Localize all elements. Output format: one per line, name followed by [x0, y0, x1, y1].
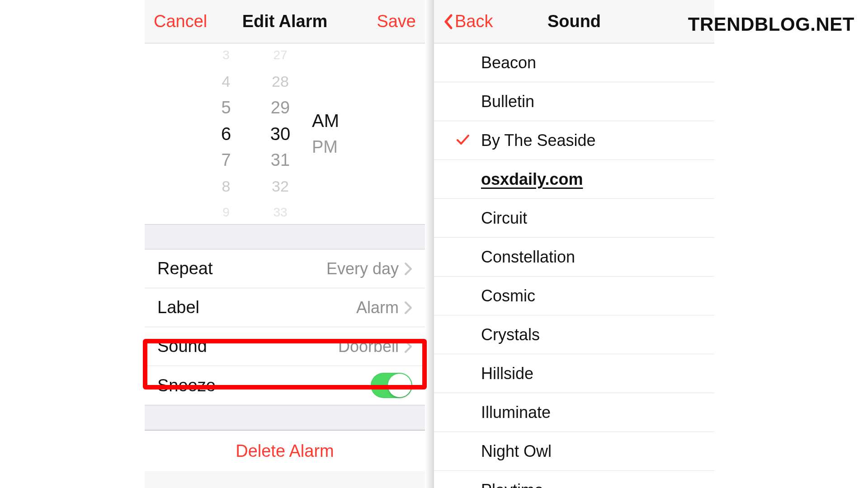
sound-row[interactable]: Sound Doorbell — [145, 327, 425, 366]
repeat-row[interactable]: Repeat Every day — [145, 249, 425, 288]
chevron-left-icon — [443, 14, 453, 30]
sound-option[interactable]: Illuminate — [434, 393, 714, 432]
delete-alarm-button[interactable]: Delete Alarm — [145, 431, 425, 471]
sound-option[interactable]: By The Seaside — [434, 121, 714, 160]
sound-option-label: Bulletin — [481, 92, 534, 111]
screen-divider — [425, 0, 434, 488]
sound-option-label: Constellation — [481, 248, 575, 267]
section-gap — [145, 405, 425, 430]
cancel-button[interactable]: Cancel — [154, 12, 207, 31]
sound-option-label: Playtime — [481, 481, 543, 488]
time-picker[interactable]: 3 4 5 6 7 8 9 27 28 29 30 31 — [145, 43, 425, 224]
repeat-value: Every day — [326, 259, 399, 278]
sound-option[interactable]: Cosmic — [434, 277, 714, 315]
sound-value: Doorbell — [338, 337, 399, 356]
sound-option[interactable]: Circuit — [434, 199, 714, 238]
chevron-right-icon — [404, 301, 412, 314]
snooze-label: Snooze — [157, 376, 216, 395]
label-value: Alarm — [356, 298, 399, 317]
save-button[interactable]: Save — [377, 12, 416, 31]
section-gap — [145, 224, 425, 249]
sound-option[interactable]: Bulletin — [434, 82, 714, 121]
chevron-right-icon — [404, 262, 412, 276]
sound-option[interactable]: Playtime — [434, 471, 714, 488]
sound-option[interactable]: Hillside — [434, 354, 714, 393]
sound-navbar: Back Sound — [434, 0, 714, 43]
edit-alarm-screen: Cancel Edit Alarm Save 3 4 5 6 7 8 9 — [145, 0, 425, 488]
snooze-row: Snooze — [145, 366, 425, 405]
back-button[interactable]: Back — [443, 12, 493, 31]
label-label: Label — [157, 298, 199, 317]
site-brand: TRENDBLOG.NET — [688, 14, 854, 35]
sound-option-label: Circuit — [481, 209, 527, 228]
label-row[interactable]: Label Alarm — [145, 288, 425, 327]
snooze-toggle[interactable] — [371, 373, 412, 398]
edit-alarm-title: Edit Alarm — [226, 12, 344, 31]
sound-option-label: Night Owl — [481, 442, 552, 461]
hour-wheel[interactable]: 3 4 5 6 7 8 9 — [199, 43, 253, 224]
sound-option-label: Crystals — [481, 325, 540, 344]
alarm-options: Repeat Every day Label Alarm — [145, 249, 425, 405]
edit-alarm-navbar: Cancel Edit Alarm Save — [145, 0, 425, 43]
minute-wheel[interactable]: 27 28 29 30 31 32 33 — [253, 43, 307, 224]
repeat-label: Repeat — [157, 259, 213, 278]
sound-screen: Back Sound BeaconBulletinBy The SeasideC… — [434, 0, 714, 488]
sound-option-label: Illuminate — [481, 403, 551, 422]
ampm-wheel[interactable]: AM PM — [307, 43, 371, 224]
sound-list[interactable]: BeaconBulletinBy The SeasideCircuitConst… — [434, 43, 714, 488]
checkmark-icon — [456, 131, 470, 150]
sound-option-label: Hillside — [481, 364, 533, 383]
sound-option[interactable]: Crystals — [434, 315, 714, 354]
sound-option-label: Beacon — [481, 53, 536, 72]
chevron-right-icon — [404, 340, 412, 353]
sound-option-label: Cosmic — [481, 286, 535, 305]
sound-title: Sound — [515, 12, 633, 31]
sound-option[interactable]: Night Owl — [434, 432, 714, 471]
sound-option-label: By The Seaside — [481, 131, 596, 150]
sound-option[interactable]: Constellation — [434, 238, 714, 277]
sound-label: Sound — [157, 337, 207, 356]
sound-option[interactable]: Beacon — [434, 43, 714, 82]
watermark-text: osxdaily.com — [481, 170, 583, 189]
